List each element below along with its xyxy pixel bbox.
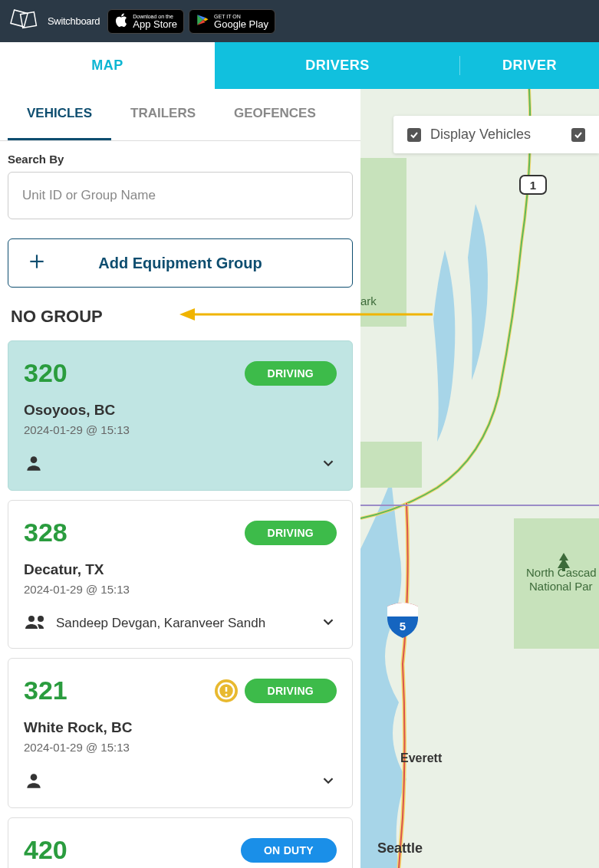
vehicle-card[interactable]: 320 DRIVING Osoyoos, BC 2024-01-29 @ 15:… bbox=[8, 340, 353, 491]
vehicle-location: White Rock, BC bbox=[24, 719, 337, 736]
chevron-down-icon[interactable] bbox=[320, 455, 337, 475]
svg-point-4 bbox=[31, 456, 38, 463]
chevron-down-icon[interactable] bbox=[320, 772, 337, 792]
main-tabs: MAP DRIVERS DRIVER bbox=[0, 42, 599, 89]
map-layers-panel: Display Vehicles bbox=[393, 116, 599, 153]
vehicle-timestamp: 2024-01-29 @ 15:13 bbox=[24, 423, 337, 436]
map-background: 1 5 ark North Cascad National Par Everet… bbox=[360, 89, 599, 868]
people-icon bbox=[24, 613, 48, 634]
svg-text:North Cascad: North Cascad bbox=[526, 566, 597, 579]
chevron-down-icon[interactable] bbox=[320, 613, 337, 633]
svg-text:ark: ark bbox=[360, 294, 377, 307]
status-badge: DRIVING bbox=[245, 521, 337, 545]
sub-tabs: VEHICLES TRAILERS GEOFENCES bbox=[0, 89, 360, 141]
brand-logo[interactable]: Switchboard bbox=[8, 8, 100, 35]
alert-icon bbox=[214, 679, 239, 703]
tab-map[interactable]: MAP bbox=[0, 42, 215, 89]
driver-names: Sandeep Devgan, Karanveer Sandh bbox=[56, 616, 265, 631]
vehicle-timestamp: 2024-01-29 @ 15:13 bbox=[24, 583, 337, 596]
add-group-label: Add Equipment Group bbox=[8, 255, 352, 272]
google-play-icon bbox=[196, 13, 209, 30]
vehicle-location: Osoyoos, BC bbox=[24, 402, 337, 419]
svg-rect-1 bbox=[21, 12, 37, 28]
svg-point-10 bbox=[225, 693, 227, 695]
vehicle-timestamp: 2024-01-29 @ 15:13 bbox=[24, 741, 337, 754]
svg-point-6 bbox=[38, 616, 44, 622]
apple-icon bbox=[114, 13, 128, 30]
vehicle-id: 321 bbox=[24, 676, 67, 705]
map-area[interactable]: 1 5 ark North Cascad National Par Everet… bbox=[360, 89, 599, 868]
vehicle-id: 420 bbox=[24, 835, 67, 865]
vehicle-id: 328 bbox=[24, 518, 67, 547]
svg-rect-0 bbox=[11, 9, 28, 26]
vehicle-card[interactable]: 321 DRIVING White Rock, BC 2024-01-29 @ … bbox=[8, 658, 353, 808]
sidebar: VEHICLES TRAILERS GEOFENCES Search By Ad… bbox=[0, 89, 360, 868]
app-store-badge[interactable]: Download on the App Store bbox=[107, 9, 184, 34]
subtab-trailers[interactable]: TRAILERS bbox=[111, 89, 215, 140]
svg-point-5 bbox=[28, 616, 35, 622]
vehicle-id: 320 bbox=[24, 358, 67, 388]
svg-text:Seattle: Seattle bbox=[377, 840, 423, 856]
subtab-geofences[interactable]: GEOFENCES bbox=[215, 89, 335, 140]
tab-driver-2[interactable]: DRIVER bbox=[460, 42, 599, 89]
person-icon bbox=[24, 771, 44, 794]
vehicle-card[interactable]: 420 ON DUTY bbox=[8, 817, 353, 868]
search-section: Search By bbox=[0, 141, 360, 227]
search-input[interactable] bbox=[8, 172, 353, 219]
checkbox-label: Display Vehicles bbox=[430, 127, 531, 143]
plus-icon bbox=[27, 252, 47, 275]
switchboard-logo-icon bbox=[8, 8, 41, 35]
display-vehicles-toggle[interactable]: Display Vehicles bbox=[407, 127, 531, 143]
group-title: NO GROUP bbox=[0, 299, 360, 336]
add-equipment-group-button[interactable]: Add Equipment Group bbox=[8, 238, 353, 288]
person-icon bbox=[24, 453, 44, 476]
status-badge: ON DUTY bbox=[241, 838, 337, 863]
checkbox-checked-icon bbox=[571, 128, 585, 142]
display-toggle-2[interactable] bbox=[571, 128, 585, 142]
play-store-badge[interactable]: GET IT ON Google Play bbox=[189, 9, 275, 34]
svg-text:National Par: National Par bbox=[529, 580, 593, 593]
svg-text:5: 5 bbox=[400, 620, 406, 633]
vehicle-location: Decatur, TX bbox=[24, 561, 337, 578]
subtab-vehicles[interactable]: VEHICLES bbox=[8, 89, 111, 140]
tab-drivers[interactable]: DRIVERS bbox=[215, 42, 460, 89]
checkbox-checked-icon bbox=[407, 128, 421, 142]
status-badge: DRIVING bbox=[245, 361, 337, 386]
status-badge: DRIVING bbox=[245, 679, 337, 703]
svg-point-11 bbox=[31, 774, 38, 781]
svg-rect-15 bbox=[360, 442, 422, 488]
store-badges: Download on the App Store GET IT ON Goog… bbox=[107, 9, 275, 34]
svg-text:1: 1 bbox=[530, 179, 536, 192]
search-label: Search By bbox=[8, 153, 353, 166]
top-bar: Switchboard Download on the App Store GE… bbox=[0, 0, 599, 42]
vehicle-card[interactable]: 328 DRIVING Decatur, TX 2024-01-29 @ 15:… bbox=[8, 500, 353, 649]
brand-name: Switchboard bbox=[48, 15, 100, 27]
svg-text:Everett: Everett bbox=[400, 751, 443, 764]
